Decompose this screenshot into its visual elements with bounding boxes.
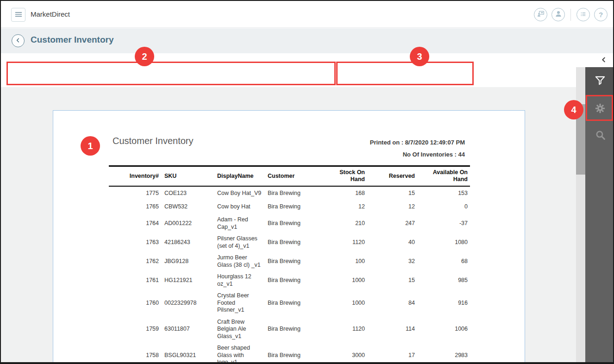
menu-button[interactable] [11,8,25,22]
cell-inventory: 1764 [109,214,160,233]
cell-stock-on-hand: 168 [336,186,366,200]
support-button[interactable] [534,8,547,21]
table-row: 1763 42186243 Pilsner Glasses (set of 4)… [109,233,470,252]
column-header-sku: SKU [160,166,215,187]
help-icon: ? [599,11,603,19]
scrollbar-thumb[interactable] [576,104,585,175]
table-row: 1764 AD001222 Adam - Red Cap_v1 Bira Bre… [109,214,470,233]
column-header-available-on-hand: Available On Hand [416,166,470,187]
cell-sku: 63011807 [160,316,215,343]
collapse-panel-button[interactable] [598,55,609,66]
cell-display-name: Cow Boy Hat_V9 [215,186,263,200]
cell-inventory: 1758 [109,342,160,364]
cell-customer: Bira Brewing [263,252,336,271]
cell-available-on-hand: 0 [416,200,470,214]
table-body: 1775 COE123 Cow Boy Hat_V9 Bira Brewing … [109,186,470,364]
cell-display-name: Adam - Red Cap_v1 [215,214,263,233]
table-row: 1762 JBG9128 Jurmo Beer Glass (38 cl) _v… [109,252,470,271]
page-title: Customer Inventory [31,35,113,45]
cell-reserved: 32 [366,252,416,271]
cell-inventory: 1762 [109,252,160,271]
cell-display-name: Jurmo Beer Glass (38 cl) _v1 [215,252,263,271]
table-row: 1759 63011807 Craft Brew Belgian Ale Gla… [109,316,470,343]
cell-inventory: 1759 [109,316,160,343]
search-icon [595,129,606,142]
filter-icon [594,75,606,88]
cell-reserved: 12 [366,200,416,214]
breadcrumb: Customer Inventory [1,28,613,53]
cell-customer: Bira Brewing [263,186,336,200]
app-window: MarketDirect [0,0,614,364]
column-header-reserved: Reserved [366,166,416,187]
cell-display-name: Hourglass 12 oz_v1 [215,271,263,290]
hamburger-icon [13,9,24,21]
table-row: 1765 CBW532 Cow boy Hat Bira Brewing 12 … [109,200,470,214]
cell-customer: Bira Brewing [263,271,336,290]
column-header-display-name: DisplayName [215,166,263,187]
cell-inventory: 1765 [109,200,160,214]
cell-display-name: Pilsner Glasses (set of 4)_v1 [215,233,263,252]
report-viewport: Customer Inventory Printed on : 8/7/2020… [1,87,576,364]
cell-reserved: 15 [366,186,416,200]
help-button[interactable]: ? [594,8,608,21]
cell-customer: Bira Brewing [263,290,336,316]
cell-reserved: 84 [366,290,416,316]
table-header: Inventory# SKU DisplayName Customer Stoc… [109,166,470,187]
cell-available-on-hand: 68 [416,252,470,271]
header-divider [570,9,571,21]
list-button[interactable] [576,8,590,21]
cell-available-on-hand: -37 [416,214,470,233]
cell-customer: Bira Brewing [263,214,336,233]
column-header-stock-on-hand: Stock On Hand [336,166,366,187]
cell-inventory: 1775 [109,186,160,200]
cell-available-on-hand: 2983 [416,342,470,364]
cell-stock-on-hand: 1000 [336,271,366,290]
cell-available-on-hand: 1080 [416,233,470,252]
table-row: 1761 HG121921 Hourglass 12 oz_v1 Bira Br… [109,271,470,290]
cell-display-name: Craft Brew Belgian Ale Glass_v1 [215,316,263,343]
cell-inventory: 1761 [109,271,160,290]
cell-sku: BSGL90321 [160,342,215,364]
cell-available-on-hand: 153 [416,186,470,200]
settings-panel-button[interactable] [585,95,614,123]
chevron-left-icon [14,37,22,45]
gear-icon [594,102,606,116]
cell-customer: Bira Brewing [263,342,336,364]
filter-panel-button[interactable] [585,67,614,95]
search-panel-button[interactable] [585,122,614,150]
chevron-left-icon [601,56,607,64]
cell-display-name: Beer shaped Glass with logo_v1 [215,342,263,364]
column-header-customer: Customer [263,166,336,187]
report-page: Customer Inventory Printed on : 8/7/2020… [53,110,525,364]
report-printed-on: Printed on : 8/7/2020 12:49:07 PM [370,139,465,146]
cell-stock-on-hand: 12 [336,200,366,214]
cell-customer: Bira Brewing [263,200,336,214]
column-header-inventory: Inventory# [109,166,160,187]
cell-sku: COE123 [160,186,215,200]
cell-customer: Bira Brewing [263,233,336,252]
table-header-row: Inventory# SKU DisplayName Customer Stoc… [109,166,470,187]
inventory-table: Inventory# SKU DisplayName Customer Stoc… [109,165,470,364]
cell-available-on-hand: 916 [416,290,470,316]
report-title: Customer Inventory [113,136,194,146]
cell-available-on-hand: 1006 [416,316,470,343]
cell-stock-on-hand: 210 [336,214,366,233]
cell-stock-on-hand: 100 [336,252,366,271]
cell-inventory: 1763 [109,233,160,252]
cell-stock-on-hand: 1000 [336,290,366,316]
cell-reserved: 15 [366,271,416,290]
support-icon [537,10,545,19]
user-icon [554,10,563,19]
back-button[interactable] [12,34,25,47]
cell-display-name: Cow boy Hat [215,200,263,214]
top-header: MarketDirect [1,1,613,28]
cell-sku: AD001222 [160,214,215,233]
cell-sku: 0022329978 [160,290,215,316]
cell-display-name: Crystal Beer Footed Pilsner_v1 [215,290,263,316]
table-row: 1775 COE123 Cow Boy Hat_V9 Bira Brewing … [109,186,470,200]
user-button[interactable] [551,8,565,21]
app-title: MarketDirect [31,10,70,18]
cell-sku: JBG9128 [160,252,215,271]
list-icon [579,10,587,19]
report-toolbar: 1 of 2 Page Width [1,53,613,87]
